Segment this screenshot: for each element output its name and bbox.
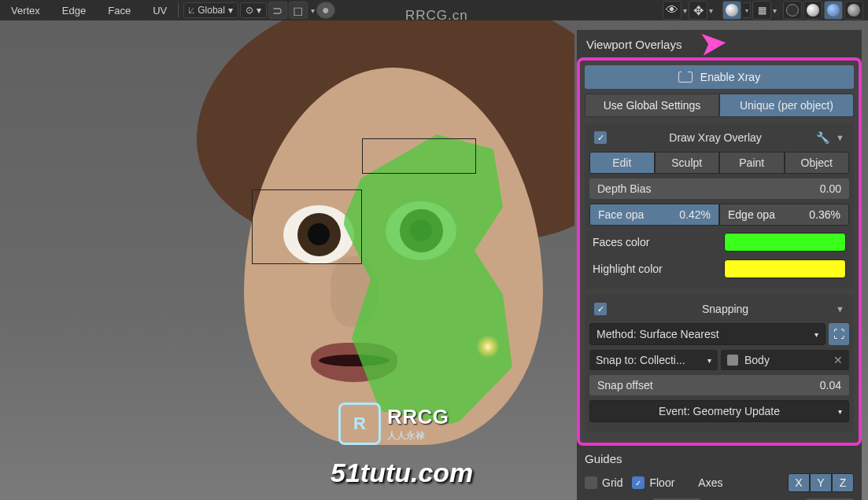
- floor-toggle[interactable]: ✓ Floor: [632, 476, 674, 489]
- face-opa-label: Face opa: [598, 208, 644, 221]
- snap-to-dropdown[interactable]: Snap to: Collecti... ▾: [589, 350, 718, 370]
- edge-opacity-field[interactable]: Edge opa 0.36%: [719, 204, 849, 226]
- highlight-color-row: Highlight color: [589, 257, 849, 281]
- face-opa-value: 0.42%: [679, 208, 711, 221]
- guides-title: Guides: [585, 452, 854, 465]
- method-row: Method: Surface Nearest ▾ ⛶: [589, 323, 849, 345]
- material-shading-icon: [827, 4, 840, 17]
- draw-xray-section: ✓ Draw Xray Overlay 🔧 ▼ Edit Sculpt Pain…: [585, 123, 854, 289]
- viewport-3d[interactable]: [0, 20, 574, 500]
- mode-uv[interactable]: UV: [146, 2, 173, 19]
- xray-toggle[interactable]: ▦: [752, 1, 771, 20]
- chevron-down-icon[interactable]: ▾: [773, 6, 777, 15]
- floor-label: Floor: [649, 476, 674, 489]
- unique-per-object-button[interactable]: Unique (per object): [719, 94, 854, 117]
- mode-vertex[interactable]: Vertex: [5, 2, 46, 19]
- shading-solid[interactable]: [803, 1, 822, 20]
- snap-offset-value: 0.04: [820, 379, 841, 392]
- grid-checkbox[interactable]: [585, 476, 597, 489]
- draw-xray-title: Draw Xray Overlay: [615, 131, 816, 144]
- snap-target-field[interactable]: Body ✕: [721, 350, 849, 370]
- wireframe-icon: [786, 4, 799, 17]
- chevron-down-icon[interactable]: ▼: [836, 304, 844, 314]
- chevron-down-icon: ▾: [814, 330, 818, 339]
- snapping-checkbox[interactable]: ✓: [594, 303, 607, 315]
- tab-edit[interactable]: Edit: [589, 152, 655, 174]
- pivot-icon: ⊙: [246, 5, 253, 16]
- floor-checkbox[interactable]: ✓: [632, 476, 645, 489]
- snap-toggle[interactable]: ⊃: [268, 2, 287, 19]
- orientation-icon: ⟀: [189, 5, 194, 16]
- mode-selectors: Vertex Edge Face UV: [5, 2, 173, 19]
- proportional-edit[interactable]: ◻: [289, 2, 308, 19]
- axes-label: Axes: [698, 476, 722, 489]
- mode-face[interactable]: Face: [102, 2, 137, 19]
- watermark-logo-icon: R: [338, 403, 381, 445]
- overlay-toggle[interactable]: [722, 1, 741, 20]
- pivot-dropdown[interactable]: ⊙ ▾: [240, 2, 267, 18]
- snap-offset-field[interactable]: Snap offset 0.04: [589, 375, 849, 395]
- grid-toggle[interactable]: Grid: [585, 476, 622, 489]
- header-btn-extra[interactable]: ●: [316, 2, 335, 19]
- watermark-brand: RRCG: [387, 405, 449, 429]
- orientation-dropdown[interactable]: ⟀ Global ▾: [183, 2, 238, 18]
- sphere-overlay-icon: [726, 4, 738, 17]
- tab-paint[interactable]: Paint: [719, 152, 785, 174]
- snapping-header[interactable]: ✓ Snapping ▼: [589, 300, 849, 318]
- enable-xray-label: Enable Xray: [700, 71, 760, 83]
- method-expand-button[interactable]: ⛶: [829, 323, 849, 345]
- mode-edge[interactable]: Edge: [56, 2, 92, 19]
- axis-y-button[interactable]: Y: [810, 473, 832, 492]
- guides-row-1: Grid ✓ Floor Axes X Y Z: [585, 473, 854, 492]
- close-icon[interactable]: ✕: [833, 354, 843, 366]
- method-dropdown[interactable]: Method: Surface Nearest ▾: [589, 323, 826, 345]
- lens-flare: [476, 335, 500, 358]
- watermark-url-top: RRCG.cn: [405, 8, 468, 24]
- xray-panel-icon: [678, 72, 693, 83]
- snap-offset-label: Snap offset: [597, 379, 653, 392]
- global-unique-toggle: Use Global Settings Unique (per object): [585, 94, 854, 117]
- chevron-down-icon[interactable]: ▼: [836, 133, 844, 142]
- edge-opa-label: Edge opa: [728, 208, 775, 221]
- overlay-dropdown-arrow[interactable]: ▾: [743, 2, 751, 18]
- enable-xray-button[interactable]: Enable Xray: [585, 65, 854, 89]
- shading-wireframe[interactable]: [783, 1, 802, 20]
- snapping-section: ✓ Snapping ▼ Method: Surface Nearest ▾ ⛶…: [585, 295, 854, 432]
- shading-material[interactable]: [824, 1, 843, 20]
- draw-xray-checkbox[interactable]: ✓: [594, 131, 607, 144]
- use-global-settings-button[interactable]: Use Global Settings: [585, 94, 719, 117]
- chevron-down-icon[interactable]: ▾: [709, 6, 713, 15]
- watermark-subtitle: 人人永禄: [387, 429, 449, 443]
- chevron-down-icon: ▾: [707, 356, 711, 365]
- depth-bias-field[interactable]: Depth Bias 0.00: [589, 178, 849, 199]
- gizmo-toggle[interactable]: ✥: [689, 1, 707, 20]
- tab-object[interactable]: Object: [785, 152, 850, 174]
- mesh-icon: [727, 355, 738, 366]
- highlighted-settings-box: Enable Xray Use Global Settings Unique (…: [577, 57, 862, 446]
- magnet-icon: ⊃: [272, 3, 283, 18]
- shading-rendered[interactable]: [844, 1, 863, 20]
- tab-sculpt[interactable]: Sculpt: [655, 152, 720, 174]
- snapping-title: Snapping: [615, 303, 836, 315]
- axis-z-button[interactable]: Z: [832, 473, 854, 492]
- depth-bias-label: Depth Bias: [597, 182, 651, 195]
- divider: [178, 3, 179, 17]
- faces-color-label: Faces color: [593, 236, 724, 248]
- gizmo-icon: ✥: [693, 3, 704, 18]
- draw-xray-header[interactable]: ✓ Draw Xray Overlay 🔧 ▼: [589, 128, 849, 147]
- faces-color-row: Faces color: [589, 230, 849, 254]
- selection-rect-1: [362, 138, 476, 174]
- rendered-shading-icon: [848, 4, 860, 17]
- snap-to-label: Snap to: Collecti...: [596, 354, 685, 366]
- chevron-down-icon[interactable]: ▾: [311, 6, 315, 15]
- chevron-down-icon[interactable]: ▾: [683, 6, 687, 15]
- axis-x-button[interactable]: X: [788, 473, 810, 492]
- visibility-toggle[interactable]: 👁: [663, 1, 681, 20]
- solid-shading-icon: [807, 4, 819, 17]
- highlight-color-swatch[interactable]: [724, 259, 846, 278]
- event-dropdown[interactable]: Event: Geometry Update ▾: [589, 400, 849, 422]
- faces-color-swatch[interactable]: [724, 233, 846, 252]
- wrench-icon[interactable]: 🔧: [816, 131, 829, 144]
- face-opacity-field[interactable]: Face opa 0.42%: [589, 204, 719, 226]
- watermark-center: R RRCG 人人永禄: [338, 403, 449, 445]
